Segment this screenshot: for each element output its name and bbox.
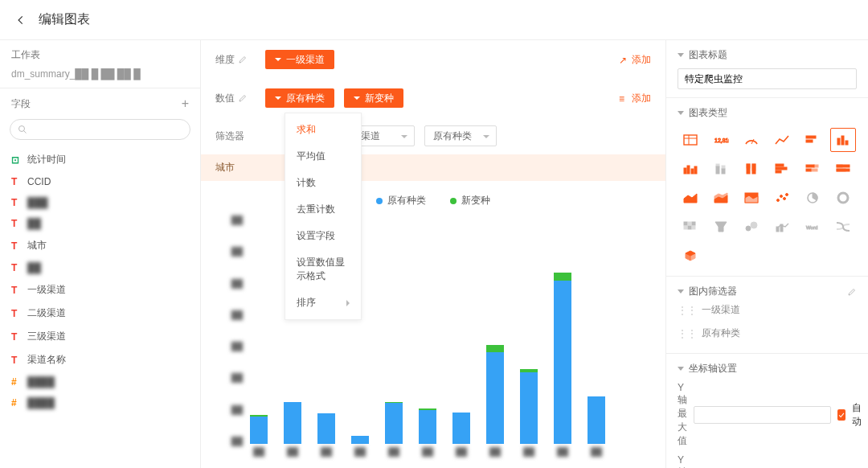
bar-segment-existing[interactable] <box>419 410 436 444</box>
chart-type-bar-stack[interactable] <box>708 157 734 181</box>
dropdown-item[interactable]: 计数 <box>285 170 361 196</box>
val-chip-new[interactable]: 新变种 <box>344 88 403 108</box>
chart-type-kpi[interactable]: 12,816 <box>708 128 734 152</box>
dropdown-item[interactable]: 排序 <box>285 289 361 316</box>
bar-segment-new[interactable] <box>554 273 571 281</box>
field-label: ██ <box>27 218 41 229</box>
field-item[interactable]: T二级渠道 <box>0 302 200 325</box>
add-value-button[interactable]: ≡添加 <box>619 92 651 105</box>
dropdown-item[interactable]: 设置数值显示格式 <box>285 249 361 289</box>
chart-title-input[interactable] <box>678 68 857 89</box>
field-item[interactable]: #████ <box>0 372 200 392</box>
inner-filter-item[interactable]: ⋮⋮一级渠道 <box>678 298 857 322</box>
field-item[interactable]: TCCID <box>0 171 200 192</box>
ymax-input[interactable] <box>694 406 831 424</box>
chevron-right-icon <box>346 300 350 306</box>
add-dimension-button[interactable]: ↗添加 <box>619 53 651 67</box>
add-field-button[interactable]: + <box>182 96 189 111</box>
dropdown-item[interactable]: 平均值 <box>285 143 361 170</box>
bar-segment-existing[interactable] <box>588 396 605 444</box>
field-item[interactable]: T██ <box>0 213 200 234</box>
chart-type-donut[interactable] <box>830 186 856 210</box>
chart-type-empty <box>830 244 856 268</box>
chart-type-area-100[interactable] <box>739 186 764 210</box>
legend-item-existing[interactable]: 原有种类 <box>376 194 426 207</box>
val-chip-existing[interactable]: 原有种类 <box>265 88 334 108</box>
field-search-input[interactable] <box>10 119 190 140</box>
bars-icon: ≡ <box>619 93 628 103</box>
edit-icon[interactable] <box>238 55 248 64</box>
svg-rect-12 <box>684 168 686 174</box>
chart-type-bar-group[interactable] <box>678 157 703 181</box>
chart-type-combo[interactable] <box>769 215 795 239</box>
chart-type-bubble[interactable] <box>739 215 764 239</box>
bar-segment-existing[interactable] <box>486 352 504 444</box>
chart-type-table[interactable] <box>678 128 703 152</box>
field-item[interactable]: T███ <box>0 192 200 213</box>
bar-segment-existing[interactable] <box>317 413 335 444</box>
field-item[interactable]: T一级渠道 <box>0 278 200 302</box>
axis-section[interactable]: 坐标轴设置 <box>678 362 857 376</box>
chart-type-scatter[interactable] <box>769 186 795 210</box>
chart-type-bar-v[interactable] <box>830 128 856 152</box>
field-item[interactable]: T城市 <box>0 234 200 257</box>
field-label: 渠道名称 <box>27 353 66 367</box>
worksheet-name[interactable]: dm_summary_██ █ ██ ██ █ <box>0 65 200 88</box>
dropdown-item[interactable]: 去重计数 <box>285 196 361 223</box>
chart-type-gauge[interactable] <box>739 128 764 152</box>
chart-type-section[interactable]: 图表类型 <box>678 106 857 120</box>
field-label: CCID <box>27 176 51 187</box>
x-tick: ██ <box>248 447 270 466</box>
bar-segment-new[interactable] <box>486 345 504 351</box>
inner-filter-section[interactable]: 图内筛选器 <box>678 285 737 298</box>
chart-type-area-stack[interactable] <box>708 186 734 210</box>
back-button[interactable] <box>13 12 29 28</box>
field-type-icon: T <box>11 240 23 252</box>
bar-segment-existing[interactable] <box>250 417 268 444</box>
chart-type-bar-100[interactable] <box>739 157 764 181</box>
bar-segment-existing[interactable] <box>284 402 301 444</box>
dim-chip-primary-channel[interactable]: 一级渠道 <box>265 50 334 69</box>
chart-type-line[interactable] <box>769 128 795 152</box>
svg-point-37 <box>780 195 783 198</box>
field-item[interactable]: T三级渠道 <box>0 325 200 348</box>
bar-segment-existing[interactable] <box>385 403 403 444</box>
filter-select-kind[interactable]: 原有种类 <box>424 125 497 146</box>
edit-inner-filter-button[interactable] <box>847 287 857 297</box>
bar-segment-existing[interactable] <box>554 281 571 444</box>
chart-type-col-stack[interactable] <box>800 157 825 181</box>
chart-type-heatmap[interactable] <box>678 215 703 239</box>
chart-type-funnel[interactable] <box>708 215 734 239</box>
bar-segment-existing[interactable] <box>351 436 369 444</box>
field-item[interactable]: #████ <box>0 392 200 413</box>
bar-segment-existing[interactable] <box>452 413 470 444</box>
chart-type-pie[interactable] <box>800 186 825 210</box>
field-type-icon: T <box>11 176 23 187</box>
dimension-label: 维度 <box>215 53 235 67</box>
field-item[interactable]: T渠道名称 <box>0 348 200 372</box>
field-item[interactable]: ⊡统计时间 <box>0 148 200 171</box>
dropdown-item[interactable]: 求和 <box>285 117 361 143</box>
dropdown-item[interactable]: 设置字段 <box>285 223 361 249</box>
chart-type-word[interactable]: Word <box>800 215 825 239</box>
chart-title-section[interactable]: 图表标题 <box>678 48 857 62</box>
chart-type-cube[interactable] <box>678 244 703 268</box>
ymax-auto-checkbox[interactable] <box>837 409 845 421</box>
chart-type-col-group[interactable] <box>769 157 795 181</box>
inner-filter-item[interactable]: ⋮⋮原有种类 <box>678 322 857 345</box>
y-tick: ██ <box>215 216 243 224</box>
chart-type-area[interactable] <box>678 186 703 210</box>
chart-type-sankey[interactable] <box>830 215 856 239</box>
chart-type-bar-h[interactable] <box>800 128 825 152</box>
svg-rect-28 <box>814 165 818 167</box>
field-item[interactable]: T██ <box>0 257 200 278</box>
legend-item-new[interactable]: 新变种 <box>450 194 490 207</box>
bar-segment-existing[interactable] <box>520 372 538 444</box>
chart-type-col-100[interactable] <box>830 157 856 181</box>
svg-rect-29 <box>806 169 811 171</box>
edit-icon[interactable] <box>238 93 248 103</box>
svg-rect-11 <box>845 141 848 145</box>
svg-point-48 <box>746 226 751 231</box>
city-row[interactable]: 城市 <box>201 154 665 181</box>
svg-rect-26 <box>776 170 781 173</box>
